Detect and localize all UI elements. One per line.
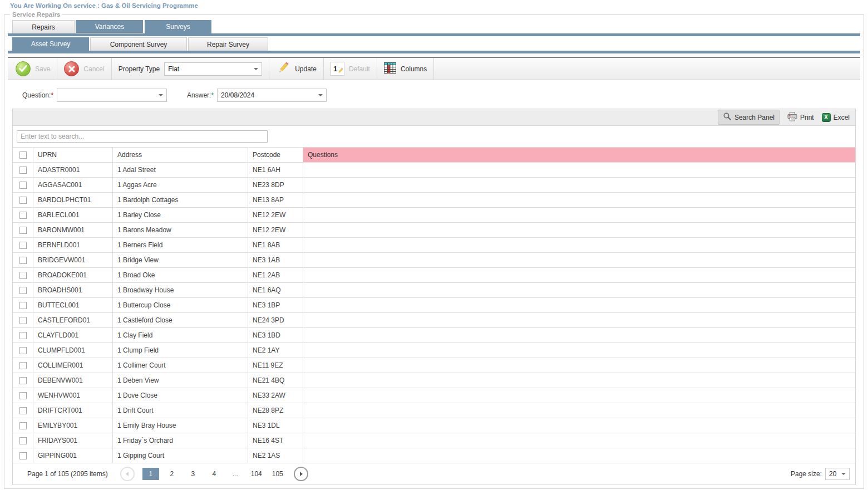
page-size-value: 20 [829, 470, 836, 478]
cell-questions [303, 193, 855, 207]
row-checkbox[interactable] [19, 182, 27, 189]
row-checkbox[interactable] [19, 242, 27, 249]
row-checkbox[interactable] [19, 452, 27, 459]
print-button[interactable]: Print [787, 112, 814, 123]
cell-uprn: CLUMPFLD001 [33, 343, 113, 358]
tab-repairs[interactable]: Repairs [12, 20, 75, 33]
excel-icon: X [822, 113, 831, 122]
grid-toolbar: Search Panel Print X Excel [13, 109, 855, 126]
cell-postcode: NE2 1AY [248, 343, 303, 358]
cell-address: 1 Collimer Court [113, 358, 248, 373]
select-all-checkbox[interactable] [19, 151, 27, 159]
cell-uprn: GIPPING001 [33, 448, 113, 463]
search-panel-button[interactable]: Search Panel [718, 110, 780, 125]
cell-address: 1 Barley Close [113, 208, 248, 222]
pager-page[interactable]: 4 [206, 468, 223, 480]
column-header-uprn[interactable]: UPRN [33, 148, 113, 162]
excel-button[interactable]: X Excel [822, 113, 850, 122]
tab-asset-survey[interactable]: Asset Survey [12, 37, 89, 51]
row-checkbox[interactable] [19, 257, 27, 264]
cell-address: 1 Bardolph Cottages [113, 193, 248, 207]
pager-page[interactable]: 1 [142, 468, 159, 480]
save-button[interactable]: Save [9, 58, 57, 80]
pager-page[interactable]: 104 [248, 468, 265, 480]
answer-value: 20/08/2024 [221, 91, 254, 99]
update-button[interactable]: Update [269, 58, 323, 80]
row-checkbox[interactable] [19, 287, 27, 294]
pager: Page 1 of 105 (2095 items) 1234...104105… [13, 463, 855, 485]
search-input[interactable] [17, 130, 268, 143]
cell-postcode: NE33 2AW [248, 388, 303, 403]
row-checkbox[interactable] [19, 407, 27, 414]
pager-prev-button[interactable] [120, 467, 135, 481]
default-label: Default [349, 65, 370, 73]
column-header-postcode[interactable]: Postcode [248, 148, 303, 162]
row-checkbox[interactable] [19, 302, 27, 309]
cell-postcode: NE12 2EW [248, 223, 303, 237]
row-checkbox[interactable] [19, 332, 27, 339]
cell-address: 1 Clump Field [113, 343, 248, 358]
cell-postcode: NE1 2AB [248, 268, 303, 282]
tab-variances[interactable]: Variances [76, 20, 144, 33]
cell-address: 1 Broad Oke [113, 268, 248, 282]
pager-page[interactable]: 2 [164, 468, 180, 480]
row-checkbox[interactable] [19, 167, 27, 174]
cell-questions [303, 388, 855, 403]
row-checkbox[interactable] [19, 392, 27, 399]
cell-questions [303, 403, 855, 418]
pager-page[interactable]: 105 [269, 468, 286, 480]
row-checkbox[interactable] [19, 227, 27, 234]
cell-questions [303, 358, 855, 373]
row-checkbox[interactable] [19, 377, 27, 384]
row-checkbox[interactable] [19, 347, 27, 354]
print-label: Print [800, 114, 814, 121]
row-checkbox-cell [13, 298, 33, 312]
table-row: COLLIMER001 1 Collimer Court NE11 9EZ [13, 358, 855, 373]
cell-address: 1 Adal Street [113, 163, 248, 177]
cell-postcode: NE3 1BD [248, 328, 303, 343]
tab-repair-survey[interactable]: Repair Survey [188, 37, 268, 51]
cancel-button[interactable]: Cancel [57, 58, 111, 80]
tab-surveys[interactable]: Surveys [145, 20, 211, 33]
cell-postcode: NE3 1AB [248, 253, 303, 267]
cell-uprn: BROADHS001 [33, 283, 113, 297]
table-row: BROADOKE001 1 Broad Oke NE1 2AB [13, 268, 855, 283]
column-header-address[interactable]: Address [113, 148, 248, 162]
table-row: FRIDAYS001 1 Friday`s Orchard NE16 4ST [13, 433, 855, 448]
cell-questions [303, 268, 855, 282]
page-size-dropdown[interactable]: 20 [825, 468, 850, 480]
cell-postcode: NE13 8AP [248, 193, 303, 207]
cell-uprn: BARDOLPHCT01 [33, 193, 113, 207]
row-checkbox[interactable] [19, 272, 27, 279]
cell-questions [303, 253, 855, 267]
columns-button[interactable]: Columns [377, 58, 433, 80]
cell-questions [303, 343, 855, 358]
row-checkbox[interactable] [19, 437, 27, 444]
row-checkbox-cell [13, 313, 33, 327]
row-checkbox[interactable] [19, 212, 27, 219]
row-checkbox[interactable] [19, 317, 27, 324]
pager-next-button[interactable] [294, 467, 308, 481]
filter-row: Question:* Answer:* 20/08/2024 [8, 89, 860, 102]
table-row: BARONMW001 1 Barons Meadow NE12 2EW [13, 223, 855, 238]
question-label: Question:* [22, 91, 53, 99]
tab-component-survey[interactable]: Component Survey [90, 37, 187, 51]
cell-postcode: NE1 8AB [248, 238, 303, 252]
cell-questions [303, 283, 855, 297]
answer-dropdown[interactable]: 20/08/2024 [217, 89, 327, 102]
row-checkbox[interactable] [19, 422, 27, 429]
row-checkbox-cell [13, 433, 33, 448]
row-checkbox[interactable] [19, 362, 27, 369]
column-header-questions[interactable]: Questions [303, 148, 855, 162]
save-label: Save [35, 65, 50, 73]
cell-questions [303, 163, 855, 177]
pager-page[interactable]: 3 [185, 468, 201, 480]
question-dropdown[interactable] [57, 89, 167, 102]
toolbar-separator [433, 58, 434, 80]
default-button[interactable]: 1 Default [324, 58, 377, 80]
page-size-control: Page size: 20 [791, 468, 850, 480]
property-type-dropdown[interactable]: Flat [164, 62, 262, 76]
row-checkbox[interactable] [19, 197, 27, 204]
update-label: Update [295, 65, 317, 73]
cell-address: 1 Drift Court [113, 403, 248, 418]
